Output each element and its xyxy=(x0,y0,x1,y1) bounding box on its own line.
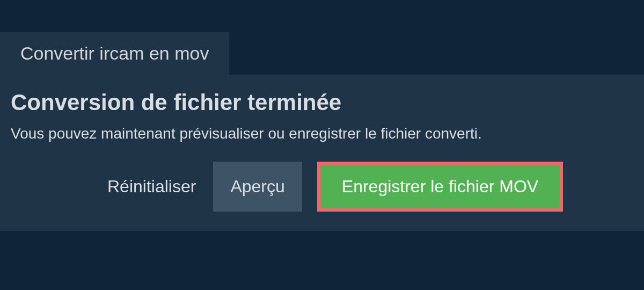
conversion-complete-subheading: Vous pouvez maintenant prévisualiser ou … xyxy=(11,125,633,142)
content-panel: Conversion de fichier terminée Vous pouv… xyxy=(0,75,644,231)
save-button[interactable]: Enregistrer le fichier MOV xyxy=(320,165,560,208)
save-button-highlight: Enregistrer le fichier MOV xyxy=(317,162,563,212)
reset-label: Réinitialiser xyxy=(107,177,196,197)
tab-bar: Convertir ircam en mov xyxy=(0,32,644,75)
conversion-complete-heading: Conversion de fichier terminée xyxy=(11,90,633,115)
save-label: Enregistrer le fichier MOV xyxy=(342,177,538,196)
preview-button[interactable]: Aperçu xyxy=(213,162,302,212)
app-container: Convertir ircam en mov Conversion de fic… xyxy=(0,0,644,231)
tab-convert[interactable]: Convertir ircam en mov xyxy=(0,32,229,75)
reset-button[interactable]: Réinitialiser xyxy=(107,162,198,212)
tab-label: Convertir ircam en mov xyxy=(20,43,209,63)
button-row: Réinitialiser Aperçu Enregistrer le fich… xyxy=(11,162,633,212)
preview-label: Aperçu xyxy=(230,177,284,196)
